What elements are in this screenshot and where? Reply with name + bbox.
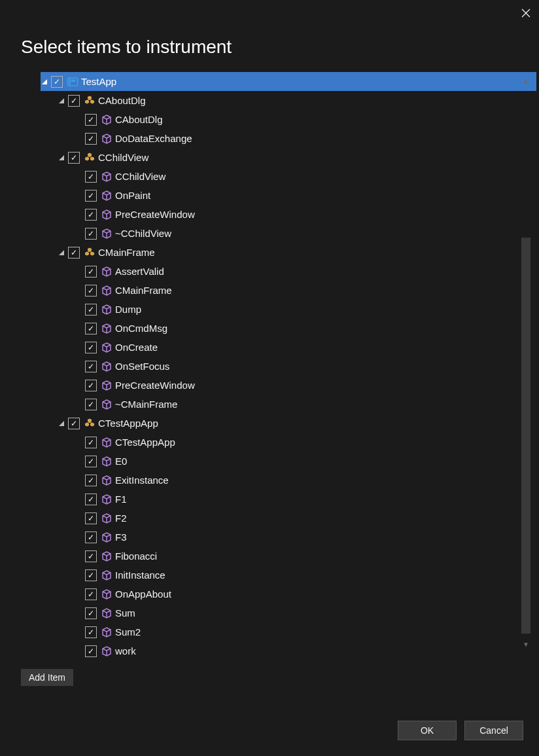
checkbox[interactable]	[85, 361, 97, 372]
scroll-down-icon[interactable]: ▼	[521, 639, 531, 649]
tree-label: OnCreate	[115, 342, 163, 353]
tree-row[interactable]: InitInstance	[41, 566, 536, 585]
tree-label: DoDataExchange	[115, 133, 198, 144]
checkbox[interactable]	[85, 513, 97, 524]
method-icon	[101, 133, 113, 145]
expander-icon[interactable]	[58, 98, 65, 103]
tree-row[interactable]: Sum	[41, 603, 536, 622]
tree-row[interactable]: PreCreateWindow	[41, 205, 536, 224]
tree-row[interactable]: CAboutDlg	[41, 110, 536, 129]
tree-label: CAboutDlg	[98, 95, 151, 106]
checkbox[interactable]	[85, 588, 97, 600]
checkbox[interactable]	[68, 418, 80, 429]
tree-row[interactable]: Sum2	[41, 622, 536, 641]
expander-icon[interactable]	[58, 250, 65, 255]
add-item-button[interactable]: Add Item	[21, 669, 73, 686]
checkbox[interactable]	[85, 133, 97, 145]
checkbox[interactable]	[85, 323, 97, 334]
checkbox[interactable]	[85, 190, 97, 202]
tree-row[interactable]: work	[41, 641, 536, 659]
tree-label: OnSetFocus	[115, 361, 175, 372]
tree-row[interactable]: ~CChildView	[41, 224, 536, 243]
checkbox[interactable]	[85, 569, 97, 581]
checkbox[interactable]	[85, 342, 97, 353]
tree-row[interactable]: AssertValid	[41, 262, 536, 281]
tree-label: E0	[115, 456, 132, 467]
checkbox[interactable]	[68, 95, 80, 107]
tree-row[interactable]: Fibonacci	[41, 547, 536, 566]
tree-row[interactable]: Dump	[41, 300, 536, 319]
svg-line-11	[87, 156, 90, 158]
tree-row[interactable]: PreCreateWindow	[41, 376, 536, 395]
tree-row[interactable]: OnSetFocus	[41, 357, 536, 376]
tree-label: CChildView	[115, 171, 171, 182]
checkbox[interactable]	[85, 285, 97, 297]
checkbox[interactable]	[85, 266, 97, 278]
scroll-thumb[interactable]	[521, 238, 530, 634]
expander-icon[interactable]	[58, 421, 65, 426]
checkbox[interactable]	[85, 645, 97, 657]
tree-row[interactable]: CChildView	[41, 148, 536, 167]
tree-row[interactable]: OnCreate	[41, 338, 536, 357]
cancel-button[interactable]: Cancel	[464, 721, 523, 740]
checkbox[interactable]	[85, 399, 97, 410]
checkbox[interactable]	[85, 607, 97, 619]
method-icon	[101, 190, 113, 202]
tree-row[interactable]: OnAppAbout	[41, 585, 536, 603]
scrollbar[interactable]: ▲ ▼	[521, 75, 531, 649]
checkbox[interactable]	[85, 228, 97, 240]
checkbox[interactable]	[85, 209, 97, 221]
checkbox[interactable]	[85, 171, 97, 183]
expander-icon[interactable]	[41, 79, 48, 84]
expander-icon[interactable]	[58, 155, 65, 160]
checkbox[interactable]	[85, 437, 97, 448]
method-icon	[101, 361, 113, 372]
tree-row[interactable]: CMainFrame	[41, 281, 536, 300]
tree-row[interactable]: CTestAppApp	[41, 433, 536, 452]
tree-row[interactable]: CAboutDlg	[41, 91, 536, 110]
tree-row[interactable]: CChildView	[41, 167, 536, 186]
checkbox[interactable]	[85, 531, 97, 543]
tree-row[interactable]: TestApp	[41, 72, 536, 91]
method-icon	[101, 550, 113, 562]
method-icon	[101, 437, 113, 448]
svg-line-17	[87, 251, 90, 253]
checkbox[interactable]	[85, 494, 97, 505]
svg-line-27	[87, 422, 90, 423]
tree-row[interactable]: CMainFrame	[41, 243, 536, 262]
method-icon	[101, 228, 113, 240]
method-icon	[101, 114, 113, 126]
class-icon	[84, 247, 96, 259]
instrument-tree[interactable]: TestApp CAboutDlgCAboutDlgDoDataExchange…	[21, 72, 536, 659]
checkbox[interactable]	[85, 550, 97, 562]
tree-row[interactable]: E0	[41, 452, 536, 471]
tree-label: PreCreateWindow	[115, 380, 200, 391]
tree-label: Dump	[115, 304, 147, 315]
method-icon	[101, 456, 113, 467]
tree-row[interactable]: ExitInstance	[41, 471, 536, 490]
method-icon	[101, 531, 113, 543]
checkbox[interactable]	[68, 247, 80, 259]
tree-row[interactable]: F2	[41, 509, 536, 528]
tree-row[interactable]: ~CMainFrame	[41, 395, 536, 414]
tree-label: Sum	[115, 607, 141, 619]
ok-button[interactable]: OK	[398, 721, 457, 740]
tree-row[interactable]: F1	[41, 490, 536, 509]
method-icon	[101, 475, 113, 486]
checkbox[interactable]	[85, 114, 97, 126]
checkbox[interactable]	[85, 304, 97, 315]
svg-line-12	[90, 156, 92, 158]
checkbox[interactable]	[85, 475, 97, 486]
scroll-up-icon[interactable]: ▲	[521, 75, 531, 86]
checkbox[interactable]	[51, 76, 63, 88]
close-button[interactable]	[521, 8, 531, 18]
checkbox[interactable]	[85, 456, 97, 467]
tree-row[interactable]: OnPaint	[41, 186, 536, 205]
tree-row[interactable]: OnCmdMsg	[41, 319, 536, 338]
tree-row[interactable]: CTestAppApp	[41, 414, 536, 433]
tree-row[interactable]: F3	[41, 528, 536, 547]
checkbox[interactable]	[85, 380, 97, 391]
tree-row[interactable]: DoDataExchange	[41, 129, 536, 148]
checkbox[interactable]	[85, 626, 97, 638]
checkbox[interactable]	[68, 152, 80, 164]
